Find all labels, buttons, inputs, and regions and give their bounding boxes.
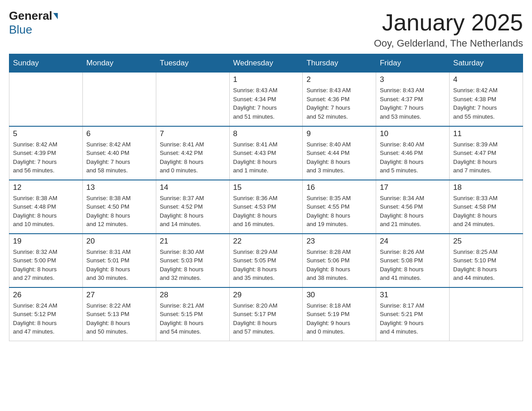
day-info: Sunrise: 8:25 AMSunset: 5:10 PMDaylight:… bbox=[453, 248, 519, 283]
day-info: Sunrise: 8:20 AMSunset: 5:17 PMDaylight:… bbox=[233, 301, 299, 336]
calendar-cell: 14Sunrise: 8:37 AMSunset: 4:52 PMDayligh… bbox=[156, 180, 229, 234]
day-info: Sunrise: 8:39 AMSunset: 4:47 PMDaylight:… bbox=[453, 140, 519, 175]
calendar-cell: 20Sunrise: 8:31 AMSunset: 5:01 PMDayligh… bbox=[82, 234, 156, 287]
day-number: 17 bbox=[380, 183, 446, 192]
logo-general: General bbox=[9, 9, 52, 23]
day-info: Sunrise: 8:43 AMSunset: 4:37 PMDaylight:… bbox=[380, 86, 446, 121]
weekday-header-wednesday: Wednesday bbox=[229, 54, 303, 73]
calendar-cell bbox=[82, 73, 156, 126]
calendar-cell: 26Sunrise: 8:24 AMSunset: 5:12 PMDayligh… bbox=[9, 287, 83, 341]
day-info: Sunrise: 8:18 AMSunset: 5:19 PMDaylight:… bbox=[306, 301, 372, 336]
calendar-cell: 1Sunrise: 8:43 AMSunset: 4:34 PMDaylight… bbox=[229, 73, 303, 126]
day-number: 31 bbox=[380, 291, 446, 300]
day-number: 28 bbox=[160, 291, 226, 300]
calendar-cell: 27Sunrise: 8:22 AMSunset: 5:13 PMDayligh… bbox=[82, 287, 156, 341]
week-row-0: 1Sunrise: 8:43 AMSunset: 4:34 PMDaylight… bbox=[9, 73, 523, 126]
day-info: Sunrise: 8:33 AMSunset: 4:58 PMDaylight:… bbox=[453, 194, 519, 229]
day-number: 20 bbox=[86, 237, 152, 246]
calendar-cell: 12Sunrise: 8:38 AMSunset: 4:48 PMDayligh… bbox=[9, 180, 83, 234]
day-info: Sunrise: 8:41 AMSunset: 4:43 PMDaylight:… bbox=[233, 140, 299, 175]
day-info: Sunrise: 8:40 AMSunset: 4:46 PMDaylight:… bbox=[380, 140, 446, 175]
calendar-cell: 30Sunrise: 8:18 AMSunset: 5:19 PMDayligh… bbox=[303, 287, 376, 341]
week-row-1: 5Sunrise: 8:42 AMSunset: 4:39 PMDaylight… bbox=[9, 126, 523, 180]
calendar-cell bbox=[450, 287, 523, 341]
weekday-header-saturday: Saturday bbox=[450, 54, 523, 73]
week-row-2: 12Sunrise: 8:38 AMSunset: 4:48 PMDayligh… bbox=[9, 180, 523, 234]
logo-text: General bbox=[9, 9, 59, 23]
day-info: Sunrise: 8:31 AMSunset: 5:01 PMDaylight:… bbox=[86, 248, 152, 283]
day-number: 14 bbox=[160, 183, 226, 192]
day-info: Sunrise: 8:37 AMSunset: 4:52 PMDaylight:… bbox=[160, 194, 226, 229]
day-info: Sunrise: 8:42 AMSunset: 4:38 PMDaylight:… bbox=[453, 86, 519, 121]
calendar-cell: 22Sunrise: 8:29 AMSunset: 5:05 PMDayligh… bbox=[229, 234, 303, 287]
day-number: 13 bbox=[86, 183, 152, 192]
calendar-cell: 19Sunrise: 8:32 AMSunset: 5:00 PMDayligh… bbox=[9, 234, 83, 287]
day-number: 25 bbox=[453, 237, 519, 246]
week-row-3: 19Sunrise: 8:32 AMSunset: 5:00 PMDayligh… bbox=[9, 234, 523, 287]
day-number: 24 bbox=[380, 237, 446, 246]
weekday-header-row: SundayMondayTuesdayWednesdayThursdayFrid… bbox=[9, 54, 523, 73]
day-number: 21 bbox=[160, 237, 226, 246]
day-number: 3 bbox=[380, 75, 446, 84]
calendar-cell: 10Sunrise: 8:40 AMSunset: 4:46 PMDayligh… bbox=[376, 126, 450, 180]
day-info: Sunrise: 8:28 AMSunset: 5:06 PMDaylight:… bbox=[306, 248, 372, 283]
day-number: 12 bbox=[13, 183, 79, 192]
day-info: Sunrise: 8:21 AMSunset: 5:15 PMDaylight:… bbox=[160, 301, 226, 336]
weekday-header-thursday: Thursday bbox=[303, 54, 376, 73]
calendar-cell: 17Sunrise: 8:34 AMSunset: 4:56 PMDayligh… bbox=[376, 180, 450, 234]
day-info: Sunrise: 8:34 AMSunset: 4:56 PMDaylight:… bbox=[380, 194, 446, 229]
calendar-cell: 21Sunrise: 8:30 AMSunset: 5:03 PMDayligh… bbox=[156, 234, 229, 287]
day-info: Sunrise: 8:29 AMSunset: 5:05 PMDaylight:… bbox=[233, 248, 299, 283]
day-info: Sunrise: 8:40 AMSunset: 4:44 PMDaylight:… bbox=[306, 140, 372, 175]
logo-blue: Blue bbox=[9, 23, 32, 37]
day-number: 26 bbox=[13, 291, 79, 300]
day-info: Sunrise: 8:35 AMSunset: 4:55 PMDaylight:… bbox=[306, 194, 372, 229]
calendar-cell: 3Sunrise: 8:43 AMSunset: 4:37 PMDaylight… bbox=[376, 73, 450, 126]
calendar-cell: 7Sunrise: 8:41 AMSunset: 4:42 PMDaylight… bbox=[156, 126, 229, 180]
day-info: Sunrise: 8:42 AMSunset: 4:40 PMDaylight:… bbox=[86, 140, 152, 175]
day-info: Sunrise: 8:26 AMSunset: 5:08 PMDaylight:… bbox=[380, 248, 446, 283]
weekday-header-tuesday: Tuesday bbox=[156, 54, 229, 73]
day-number: 16 bbox=[306, 183, 372, 192]
location: Ooy, Gelderland, The Netherlands bbox=[374, 38, 523, 49]
calendar-cell: 24Sunrise: 8:26 AMSunset: 5:08 PMDayligh… bbox=[376, 234, 450, 287]
day-number: 10 bbox=[380, 129, 446, 138]
day-number: 1 bbox=[233, 75, 299, 84]
calendar-cell: 23Sunrise: 8:28 AMSunset: 5:06 PMDayligh… bbox=[303, 234, 376, 287]
day-info: Sunrise: 8:43 AMSunset: 4:34 PMDaylight:… bbox=[233, 86, 299, 121]
day-info: Sunrise: 8:42 AMSunset: 4:39 PMDaylight:… bbox=[13, 140, 79, 175]
day-number: 23 bbox=[306, 237, 372, 246]
logo-arrow-icon bbox=[53, 13, 58, 19]
calendar-cell: 13Sunrise: 8:38 AMSunset: 4:50 PMDayligh… bbox=[82, 180, 156, 234]
day-info: Sunrise: 8:17 AMSunset: 5:21 PMDaylight:… bbox=[380, 301, 446, 336]
calendar-cell bbox=[9, 73, 83, 126]
day-number: 15 bbox=[233, 183, 299, 192]
calendar-cell: 6Sunrise: 8:42 AMSunset: 4:40 PMDaylight… bbox=[82, 126, 156, 180]
calendar-cell: 16Sunrise: 8:35 AMSunset: 4:55 PMDayligh… bbox=[303, 180, 376, 234]
calendar-cell: 25Sunrise: 8:25 AMSunset: 5:10 PMDayligh… bbox=[450, 234, 523, 287]
logo: General Blue bbox=[9, 9, 59, 37]
day-info: Sunrise: 8:30 AMSunset: 5:03 PMDaylight:… bbox=[160, 248, 226, 283]
calendar-cell: 31Sunrise: 8:17 AMSunset: 5:21 PMDayligh… bbox=[376, 287, 450, 341]
day-number: 7 bbox=[160, 129, 226, 138]
day-number: 6 bbox=[86, 129, 152, 138]
day-number: 18 bbox=[453, 183, 519, 192]
calendar-cell: 2Sunrise: 8:43 AMSunset: 4:36 PMDaylight… bbox=[303, 73, 376, 126]
weekday-header-sunday: Sunday bbox=[9, 54, 83, 73]
weekday-header-monday: Monday bbox=[82, 54, 156, 73]
day-number: 19 bbox=[13, 237, 79, 246]
day-number: 9 bbox=[306, 129, 372, 138]
calendar-cell: 28Sunrise: 8:21 AMSunset: 5:15 PMDayligh… bbox=[156, 287, 229, 341]
day-number: 30 bbox=[306, 291, 372, 300]
calendar-cell: 5Sunrise: 8:42 AMSunset: 4:39 PMDaylight… bbox=[9, 126, 83, 180]
calendar-cell: 8Sunrise: 8:41 AMSunset: 4:43 PMDaylight… bbox=[229, 126, 303, 180]
day-number: 11 bbox=[453, 129, 519, 138]
weekday-header-friday: Friday bbox=[376, 54, 450, 73]
day-number: 5 bbox=[13, 129, 79, 138]
day-number: 4 bbox=[453, 75, 519, 84]
day-info: Sunrise: 8:38 AMSunset: 4:50 PMDaylight:… bbox=[86, 194, 152, 229]
day-info: Sunrise: 8:38 AMSunset: 4:48 PMDaylight:… bbox=[13, 194, 79, 229]
calendar-cell: 4Sunrise: 8:42 AMSunset: 4:38 PMDaylight… bbox=[450, 73, 523, 126]
day-number: 27 bbox=[86, 291, 152, 300]
calendar-cell: 15Sunrise: 8:36 AMSunset: 4:53 PMDayligh… bbox=[229, 180, 303, 234]
